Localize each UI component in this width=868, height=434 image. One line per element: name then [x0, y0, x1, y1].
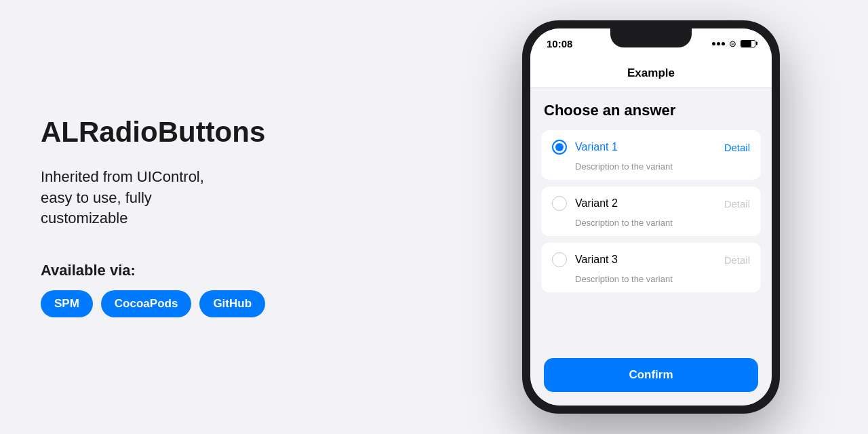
radio-label-variant3: Variant 3: [575, 254, 716, 266]
badge-cocoapods[interactable]: CocoaPods: [101, 290, 192, 317]
app-description: Inherited from UIControl,easy to use, fu…: [41, 167, 448, 229]
battery-icon: [741, 40, 755, 47]
phone-mockup: 10:08 ⊜: [522, 20, 780, 414]
badge-github[interactable]: GitHub: [199, 290, 265, 317]
status-icons: ⊜: [712, 39, 755, 49]
radio-card-variant1[interactable]: Variant 1 Detail Description to the vari…: [541, 130, 761, 180]
radio-circle-variant1: [552, 140, 567, 155]
dot1: [712, 42, 715, 45]
dot2: [717, 42, 720, 45]
confirm-button[interactable]: Confirm: [544, 358, 758, 392]
signal-dots: [712, 42, 725, 45]
right-panel: 10:08 ⊜: [475, 20, 827, 414]
wifi-icon: ⊜: [729, 39, 736, 49]
left-panel: ALRadioButtons Inherited from UIControl,…: [41, 117, 475, 318]
status-bar: 10:08 ⊜: [530, 28, 772, 58]
radio-option-variant1[interactable]: Variant 1 Detail: [541, 130, 761, 161]
badge-spm[interactable]: SPM: [41, 290, 93, 317]
radio-option-variant3[interactable]: Variant 3 Detail: [541, 243, 761, 274]
phone-screen: 10:08 ⊜: [530, 28, 772, 406]
radio-label-variant1: Variant 1: [575, 141, 716, 153]
radio-desc-variant3: Description to the variant: [541, 274, 761, 292]
detail-link-variant1[interactable]: Detail: [724, 142, 750, 153]
section-title: Choose an answer: [541, 102, 761, 119]
radio-card-variant2[interactable]: Variant 2 Detail Description to the vari…: [541, 186, 761, 236]
radio-circle-variant2: [552, 196, 567, 211]
radio-circle-variant3: [552, 252, 567, 267]
status-time: 10:08: [547, 38, 572, 50]
available-label: Available via:: [41, 262, 448, 279]
confirm-button-wrap: Confirm: [541, 353, 761, 395]
detail-link-variant3[interactable]: Detail: [724, 254, 750, 266]
detail-link-variant2[interactable]: Detail: [724, 198, 750, 210]
radio-label-variant2: Variant 2: [575, 197, 716, 210]
notch: [610, 28, 692, 47]
radio-desc-variant2: Description to the variant: [541, 218, 761, 236]
app-title: ALRadioButtons: [41, 117, 448, 148]
content-area: Choose an answer Variant 1 Detail Descri…: [530, 88, 772, 406]
page-container: ALRadioButtons Inherited from UIControl,…: [0, 0, 868, 434]
battery-fill: [741, 41, 751, 47]
dot3: [722, 42, 725, 45]
badges-container: SPM CocoaPods GitHub: [41, 290, 448, 317]
radio-option-variant2[interactable]: Variant 2 Detail: [541, 186, 761, 218]
radio-card-variant3[interactable]: Variant 3 Detail Description to the vari…: [541, 243, 761, 292]
nav-bar: Example: [530, 58, 772, 88]
radio-desc-variant1: Description to the variant: [541, 161, 761, 180]
nav-title: Example: [627, 66, 675, 80]
